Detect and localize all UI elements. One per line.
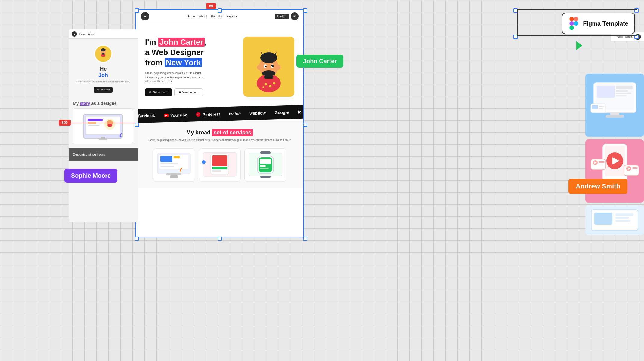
svg-rect-51 <box>212 155 227 166</box>
right-frame-top-illustration <box>588 77 642 134</box>
svg-point-31 <box>265 66 267 67</box>
svg-rect-81 <box>591 159 606 170</box>
svg-rect-61 <box>260 159 271 164</box>
nav-pages[interactable]: Pages ▾ <box>226 15 237 18</box>
green-arrow-icon <box>573 40 585 52</box>
frame-handle-tr[interactable] <box>303 8 307 13</box>
nav-icon[interactable]: ✉ <box>291 12 299 20</box>
figma-logo-icon <box>568 17 579 30</box>
secondary-avatar <box>94 45 112 63</box>
right-frame-bot <box>585 205 644 235</box>
story-highlight: story <box>80 101 90 106</box>
svg-point-32 <box>272 66 274 67</box>
frame-handle-lm[interactable] <box>135 123 139 127</box>
nav-home[interactable]: Home <box>187 15 195 18</box>
frame-handle-tl[interactable] <box>135 8 139 13</box>
svg-point-5 <box>101 50 103 51</box>
frame-handle-bl[interactable] <box>135 237 139 241</box>
svg-rect-86 <box>624 165 639 176</box>
svg-point-16 <box>107 124 112 127</box>
svg-point-35 <box>265 83 267 85</box>
secondary-contact-button[interactable]: ✉ Get in touc <box>94 87 113 93</box>
brand-twitch: twitch <box>229 111 241 116</box>
svg-rect-47 <box>170 175 178 178</box>
svg-rect-18 <box>101 137 105 139</box>
svg-rect-97 <box>570 17 574 21</box>
services-title: My broad set of services <box>145 130 294 136</box>
svg-rect-45 <box>160 166 174 167</box>
hero-character-illustration <box>248 40 290 94</box>
hero-role: a Web Designer <box>145 48 204 57</box>
svg-marker-102 <box>576 41 582 50</box>
portfolio-icon: ◉ <box>179 91 181 94</box>
dimension-line-horizontal <box>63 123 135 123</box>
get-in-touch-label: Get in touch <box>153 91 168 94</box>
hero-comma: , <box>205 38 207 47</box>
svg-point-36 <box>269 85 271 87</box>
nav-about[interactable]: About <box>199 15 207 18</box>
youtube-label: YouTube <box>170 112 187 118</box>
youtube-icon: ▶ <box>164 114 169 117</box>
right-nav-cart: Cart(3) <box>625 35 633 38</box>
brand-pinterest: P Pinterest <box>196 112 220 117</box>
svg-point-34 <box>276 65 280 70</box>
story-card-wrapper <box>69 108 138 148</box>
get-in-touch-button[interactable]: ✉ Get in touch <box>145 88 172 96</box>
frame-handle-br[interactable] <box>303 237 307 241</box>
svg-rect-46 <box>166 173 181 175</box>
service-card-2 <box>199 148 241 182</box>
service-card-3 <box>244 148 286 182</box>
svg-rect-68 <box>616 90 628 92</box>
figma-handle-tl[interactable] <box>513 8 518 13</box>
svg-rect-75 <box>599 106 605 107</box>
figma-handle-tr[interactable] <box>634 8 639 13</box>
nav-links: Home About Portfolio Pages ▾ <box>187 15 237 18</box>
services-section: My broad set of services Lacus, adipisci… <box>136 121 303 188</box>
brand-youtube: ▶ YouTube <box>164 112 187 118</box>
frame-handle-rm[interactable] <box>303 123 307 127</box>
frame-handle-tm[interactable] <box>218 8 222 13</box>
svg-rect-55 <box>203 163 205 164</box>
nav-portfolio[interactable]: Portfolio <box>211 15 222 18</box>
svg-rect-10 <box>88 119 103 121</box>
services-description: Lacus, adipiscing lectus convallis purus… <box>145 138 294 142</box>
svg-point-33 <box>257 65 261 70</box>
figma-handle-bl[interactable] <box>513 35 518 39</box>
secondary-story: My story as a designe <box>69 99 138 108</box>
secondary-hero: HeJoh Lorem ipsum dolor sit amet, nunc a… <box>69 39 138 99</box>
svg-rect-72 <box>606 115 624 118</box>
figma-handle-br[interactable] <box>634 35 639 39</box>
svg-rect-89 <box>632 167 638 169</box>
svg-rect-94 <box>615 213 633 216</box>
service-card-1-illustration <box>154 150 194 180</box>
svg-rect-52 <box>212 167 227 169</box>
dimension-label-60: 60 <box>206 3 216 9</box>
svg-rect-84 <box>599 161 605 163</box>
frame-handle-bm[interactable] <box>218 237 222 241</box>
svg-rect-74 <box>592 105 598 109</box>
svg-rect-13 <box>88 127 98 127</box>
secondary-nav: ● Home About <box>69 29 138 39</box>
svg-rect-70 <box>616 95 627 96</box>
overflow-label: fo <box>298 109 302 114</box>
hero-intro: I'm <box>145 38 158 47</box>
story-card-illustration <box>74 110 132 143</box>
view-portfolio-button[interactable]: ◉ View portfolio <box>174 88 203 96</box>
svg-rect-43 <box>174 156 180 158</box>
svg-rect-98 <box>574 17 578 21</box>
service-card-1 <box>153 148 195 182</box>
svg-point-37 <box>273 82 275 84</box>
svg-rect-96 <box>615 220 630 222</box>
secondary-story-title: My story as a designe <box>73 101 134 106</box>
brand-webflow: webflow <box>249 110 266 115</box>
nav-cart[interactable]: Cart(3) <box>275 14 289 19</box>
view-portfolio-label: View portfolio <box>182 91 199 94</box>
svg-rect-44 <box>160 163 178 164</box>
right-nav-pages: Pages <box>616 35 623 38</box>
secondary-bottom-text: Designing since I was <box>73 153 105 156</box>
svg-rect-85 <box>599 164 603 164</box>
right-frame-top <box>585 74 644 137</box>
service-card-2-illustration <box>200 150 239 180</box>
svg-point-7 <box>102 53 105 55</box>
svg-rect-42 <box>160 156 172 162</box>
